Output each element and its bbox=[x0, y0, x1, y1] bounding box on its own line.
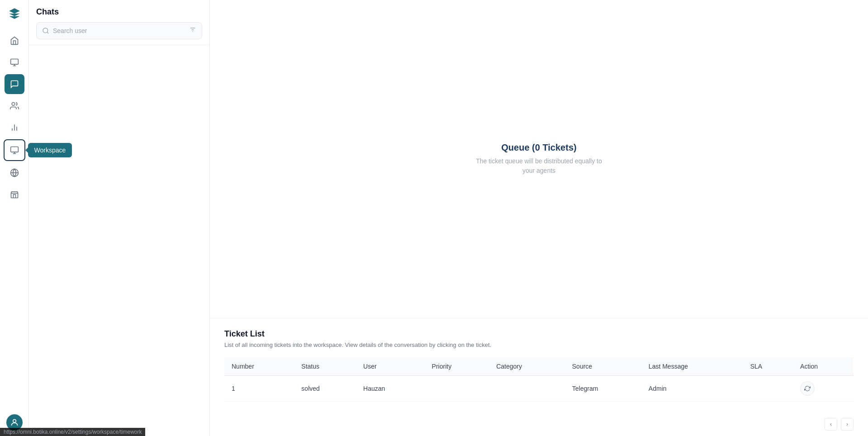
svg-rect-0 bbox=[10, 59, 18, 65]
cell-category bbox=[489, 376, 565, 402]
sidebar-item-home[interactable] bbox=[5, 31, 24, 51]
chats-header: Chats bbox=[29, 0, 209, 45]
cell-number: 1 bbox=[224, 376, 294, 402]
queue-title: Queue (0 Tickets) bbox=[501, 142, 576, 153]
sidebar-item-chat[interactable] bbox=[5, 74, 24, 94]
ticket-table: Number Status User Priority Category Sou… bbox=[224, 357, 854, 402]
cell-priority bbox=[425, 376, 489, 402]
svg-line-12 bbox=[47, 32, 48, 33]
cell-last-message: Admin bbox=[641, 376, 743, 402]
col-status: Status bbox=[294, 357, 356, 376]
pagination-prev[interactable]: ‹ bbox=[825, 418, 837, 431]
chats-panel: Chats bbox=[29, 0, 210, 436]
queue-subtitle: The ticket queue will be distributed equ… bbox=[476, 156, 602, 175]
svg-rect-5 bbox=[10, 147, 18, 152]
search-input[interactable] bbox=[53, 27, 185, 34]
col-sla: SLA bbox=[743, 357, 793, 376]
ticket-list-title: Ticket List bbox=[224, 329, 854, 339]
sidebar-item-workspace[interactable] bbox=[5, 140, 24, 160]
main-content: Queue (0 Tickets) The ticket queue will … bbox=[210, 0, 868, 436]
cell-sla bbox=[743, 376, 793, 402]
cell-source: Telegram bbox=[565, 376, 641, 402]
search-bar[interactable] bbox=[36, 22, 202, 39]
col-action: Action bbox=[793, 357, 854, 376]
cell-user: Hauzan bbox=[356, 376, 424, 402]
cell-action bbox=[793, 376, 854, 402]
pagination: ‹ › bbox=[210, 412, 868, 436]
sidebar-item-tickets[interactable] bbox=[5, 52, 24, 72]
sidebar-item-contacts[interactable] bbox=[5, 96, 24, 116]
search-icon bbox=[42, 27, 49, 34]
queue-section: Queue (0 Tickets) The ticket queue will … bbox=[210, 0, 868, 318]
col-last-message: Last Message bbox=[641, 357, 743, 376]
svg-point-10 bbox=[13, 419, 16, 422]
action-refresh-button[interactable] bbox=[800, 381, 815, 396]
svg-point-1 bbox=[12, 103, 15, 106]
sidebar-item-globe[interactable] bbox=[5, 163, 24, 183]
table-row[interactable]: 1 solved Hauzan Telegram Admin bbox=[224, 376, 854, 402]
col-number: Number bbox=[224, 357, 294, 376]
col-source: Source bbox=[565, 357, 641, 376]
pagination-next[interactable]: › bbox=[841, 418, 854, 431]
col-category: Category bbox=[489, 357, 565, 376]
col-priority: Priority bbox=[425, 357, 489, 376]
sidebar-item-reports[interactable] bbox=[5, 118, 24, 137]
sidebar-item-store[interactable] bbox=[5, 185, 24, 204]
ticket-list-subtitle: List of all incoming tickets into the wo… bbox=[224, 341, 854, 348]
app-logo[interactable] bbox=[6, 5, 23, 22]
sidebar-item-workspace-wrapper: Workspace bbox=[4, 139, 25, 161]
ticket-table-body: 1 solved Hauzan Telegram Admin bbox=[224, 376, 854, 402]
ticket-section: Ticket List List of all incoming tickets… bbox=[210, 318, 868, 412]
cell-status: solved bbox=[294, 376, 356, 402]
col-user: User bbox=[356, 357, 424, 376]
status-bar: https://omni.botika.online/v2/settings/w… bbox=[0, 428, 145, 436]
ticket-table-head: Number Status User Priority Category Sou… bbox=[224, 357, 854, 376]
sidebar: Workspace bbox=[0, 0, 29, 436]
filter-icon[interactable] bbox=[189, 26, 196, 35]
chats-title: Chats bbox=[36, 7, 202, 17]
svg-point-11 bbox=[43, 28, 48, 33]
